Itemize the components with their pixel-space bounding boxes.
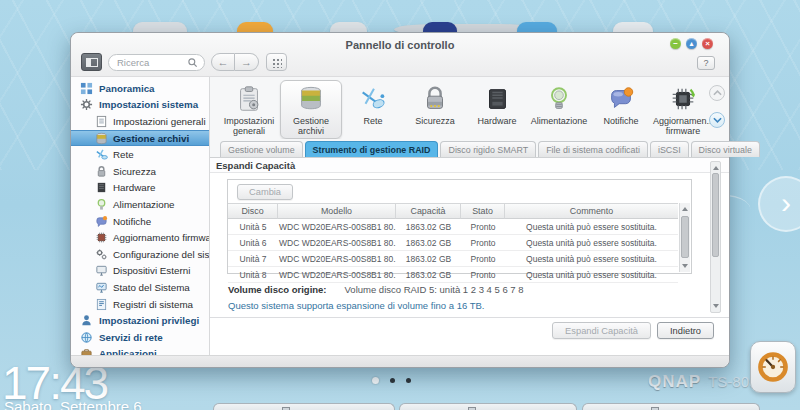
sidebar-item-sicurezza[interactable]: Sicurezza — [71, 163, 209, 180]
sidebar-item-label: Impostazioni sistema — [99, 99, 198, 110]
expand-capacity-button[interactable]: Espandi Capacità — [552, 322, 651, 339]
resource-monitor-widget[interactable] — [750, 341, 796, 393]
help-button[interactable]: ? — [697, 56, 715, 70]
cell-comment: Questa unità può essere sostituita. — [505, 251, 678, 267]
ribbon-item-impostazioni-generali[interactable]: Impostazioni generali — [218, 80, 280, 139]
sidebar-item-aggiornamento-firmware[interactable]: Aggiornamento firmware — [71, 229, 209, 246]
ribbon-item-alimentazione[interactable]: Alimentazione — [528, 80, 590, 139]
maximize-button[interactable]: ▴ — [686, 38, 697, 49]
sidebar-toggle-button[interactable] — [81, 53, 102, 71]
table-row[interactable]: Unità 6 WDC WD20EARS-00S8B1 80.. 1863.02… — [228, 235, 678, 251]
page-dot-active[interactable] — [372, 377, 379, 384]
ribbon-scroll-down-button[interactable] — [709, 112, 725, 128]
gears-icon — [95, 248, 108, 261]
next-page-arrow-icon[interactable]: › — [758, 176, 800, 232]
taskbar-button[interactable] — [399, 403, 577, 410]
sidebar-item-gestione-archivi[interactable]: Gestione archivi — [71, 130, 209, 147]
sidebar-item-servizi-di-rete[interactable]: Servizi di rete — [71, 329, 209, 346]
apps-grid-button[interactable] — [266, 53, 287, 71]
cell-disk: Unità 6 — [228, 235, 278, 251]
ribbon-item-hardware[interactable]: Hardware — [466, 80, 528, 139]
sidebar-item-notifiche[interactable]: Notifiche — [71, 213, 209, 230]
change-button[interactable]: Cambia — [237, 184, 293, 200]
tab-strumento-gestione-raid[interactable]: Strumento di gestione RAID — [305, 141, 439, 157]
window-controls: − ▴ × — [670, 38, 713, 49]
sidebar-item-configurazione-sistema[interactable]: Configurazione del siste.. — [71, 246, 209, 263]
scroll-down-icon[interactable] — [682, 264, 688, 268]
minimize-button[interactable]: − — [670, 38, 681, 49]
cell-status: Pronto — [461, 235, 505, 251]
table-row[interactable]: Unità 7 WDC WD20EARS-00S8B1 80.. 1863.02… — [228, 251, 678, 267]
search-input[interactable] — [117, 57, 187, 68]
sidebar-item-hardware[interactable]: Hardware — [71, 180, 209, 197]
sidebar-item-impostazioni-generali[interactable]: Impostazioni generali — [71, 113, 209, 130]
col-header-capacita[interactable]: Capacità — [396, 203, 461, 219]
back-action-button[interactable]: Indietro — [657, 322, 714, 339]
cell-capacity: 1863.02 GB — [396, 267, 461, 283]
scroll-up-icon[interactable] — [713, 166, 719, 170]
close-button[interactable]: × — [702, 38, 713, 49]
sidebar-item-label: Alimentazione — [113, 199, 175, 210]
col-header-stato[interactable]: Stato — [461, 203, 505, 219]
sidebar-item-rete[interactable]: Rete — [71, 146, 209, 163]
col-header-disco[interactable]: Disco — [228, 203, 278, 219]
table-scrollbar[interactable] — [679, 203, 690, 272]
ribbon-item-notifiche[interactable]: Notifiche — [590, 80, 652, 139]
sidebar-item-alimentazione[interactable]: Alimentazione — [71, 196, 209, 213]
page-dot[interactable] — [390, 378, 395, 383]
forward-button[interactable]: → — [235, 53, 259, 71]
tab-file-sistema-codificati[interactable]: File di sistema codificati — [538, 141, 648, 157]
tab-gestione-volume[interactable]: Gestione volume — [220, 141, 303, 157]
notification-icon — [95, 215, 108, 228]
overview-icon — [80, 82, 93, 95]
search-icon — [187, 57, 198, 68]
sidebar-item-registri-sistema[interactable]: Registri di sistema — [71, 296, 209, 313]
section-title: Espandi Capacità — [210, 158, 729, 173]
sidebar-item-label: Sicurezza — [113, 166, 156, 177]
scrollbar-thumb[interactable] — [681, 216, 689, 258]
sidebar-item-label: Aggiornamento firmware — [113, 232, 210, 243]
tab-disco-rigido-smart[interactable]: Disco rigido SMART — [440, 141, 536, 157]
taskbar-button[interactable] — [213, 403, 395, 410]
scrollbar-thumb[interactable] — [712, 173, 719, 257]
sidebar-item-label: Servizi di rete — [99, 332, 163, 343]
scroll-down-icon[interactable] — [713, 304, 719, 308]
cell-comment: Questa unità può essere sostituita. — [505, 267, 678, 283]
table-row[interactable]: Unità 8 WDC WD20EARS-00S8B1 80.. 1863.02… — [228, 267, 678, 283]
tab-iscsi[interactable]: iSCSI — [650, 141, 689, 157]
grid-dots-icon — [271, 57, 282, 68]
globe-icon — [80, 331, 93, 344]
sidebar-item-dispositivi-esterni[interactable]: Dispositivi Esterni — [71, 263, 209, 280]
satellite-icon — [358, 84, 388, 114]
ribbon-item-aggiornamento-firmware[interactable]: Aggiornamen... firmware — [652, 80, 714, 139]
disk-table: Disco Modello Capacità Stato Commento Un… — [228, 203, 678, 283]
content-scrollbar[interactable] — [710, 161, 721, 313]
taskbar-button[interactable] — [582, 403, 760, 410]
window-footer — [71, 355, 729, 367]
cell-capacity: 1863.02 GB — [396, 235, 461, 251]
sidebar-item-applicazioni[interactable]: Applicazioni — [71, 346, 209, 356]
cell-model: WDC WD20EARS-00S8B1 80.. — [278, 219, 396, 235]
ribbon-item-rete[interactable]: Rete — [342, 80, 404, 139]
cell-model: WDC WD20EARS-00S8B1 80.. — [278, 267, 396, 283]
ribbon-item-gestione-archivi[interactable]: Gestione archivi — [280, 80, 342, 139]
table-row[interactable]: Unità 5 WDC WD20EARS-00S8B1 80.. 1863.02… — [228, 219, 678, 235]
sidebar-item-impostazioni-sistema[interactable]: Impostazioni sistema — [71, 97, 209, 114]
scroll-up-icon[interactable] — [682, 207, 688, 211]
col-header-modello[interactable]: Modello — [278, 203, 396, 219]
page-dot[interactable] — [406, 378, 411, 383]
expansion-note: Questo sistema supporta espansione di vo… — [228, 300, 484, 311]
origin-volume-line: Volume disco origine: Volume disco RAID … — [228, 284, 524, 295]
gauge-icon — [755, 349, 791, 385]
panel-icon — [86, 58, 98, 67]
back-button[interactable]: ← — [211, 53, 235, 71]
sidebar-item-stato-sistema[interactable]: Stato del Sistema — [71, 279, 209, 296]
desktop-date: Sabato, Settembre 6 — [4, 398, 142, 410]
ribbon-item-sicurezza[interactable]: Sicurezza — [404, 80, 466, 139]
col-header-commento[interactable]: Commento — [505, 203, 678, 219]
sidebar-item-impostazioni-privilegi[interactable]: Impostazioni privilegi — [71, 312, 209, 329]
sidebar-item-panoramica[interactable]: Panoramica — [71, 80, 209, 97]
ribbon-scroll-up-button[interactable] — [709, 85, 725, 101]
chip-update-icon — [668, 84, 698, 114]
tab-disco-virtuale[interactable]: Disco virtuale — [691, 141, 760, 157]
